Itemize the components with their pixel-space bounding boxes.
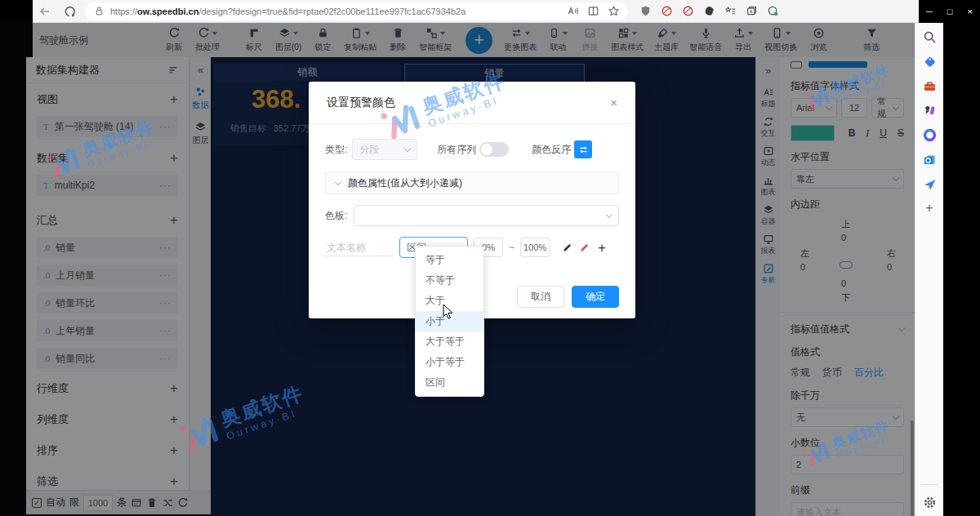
split-screen-icon[interactable] <box>587 5 599 17</box>
more-icon[interactable] <box>159 242 172 253</box>
dock-special-analysis[interactable]: 专析 <box>761 263 776 286</box>
reload-icon[interactable] <box>177 497 189 509</box>
minimize-button[interactable]: ─ <box>926 7 933 16</box>
format-currency[interactable]: 货币 <box>822 366 842 380</box>
close-button[interactable]: × <box>968 7 973 16</box>
shopping-icon[interactable] <box>923 55 937 69</box>
format-normal[interactable]: 常规 <box>791 366 810 380</box>
edit-pencil-icon[interactable] <box>562 242 573 253</box>
toolbar-delete[interactable]: 删除 <box>387 27 408 53</box>
summary-item[interactable]: .0上年销量 <box>37 320 178 341</box>
font-family-select[interactable]: Arial <box>791 98 837 118</box>
dock-title[interactable]: 标题 <box>761 87 776 109</box>
dock-dynamic[interactable]: 动态 <box>761 145 776 168</box>
more-icon[interactable] <box>159 269 172 281</box>
font-weight-select[interactable]: 常规 <box>871 98 904 118</box>
add-dataset-button[interactable]: + <box>170 150 178 167</box>
range-to-input[interactable] <box>520 238 550 257</box>
toolbar-layers[interactable]: 图层(0) <box>275 27 301 53</box>
trash-icon[interactable] <box>146 497 158 509</box>
more-icon[interactable] <box>159 353 172 364</box>
text-name-input[interactable] <box>325 238 394 256</box>
settings-gear-icon[interactable] <box>923 496 937 509</box>
summary-item[interactable]: .0销量同比 <box>37 348 178 369</box>
more-icon[interactable] <box>159 325 172 336</box>
refresh-page-icon[interactable] <box>63 5 76 18</box>
add-view-button[interactable]: + <box>170 91 178 108</box>
toolbar-filter[interactable]: 筛选 <box>861 27 882 53</box>
expand-icon[interactable]: » <box>765 64 771 77</box>
view-item[interactable]: T 第一张驾驶舱 (14) <box>37 116 178 137</box>
padding-left-value[interactable]: 0 <box>800 262 805 272</box>
add-filter-button[interactable]: + <box>170 474 178 490</box>
collections-icon[interactable] <box>746 5 758 17</box>
add-sort-button[interactable]: + <box>170 443 178 459</box>
option-less-equal[interactable]: 小于等于 <box>416 352 483 372</box>
collapse-icon[interactable]: « <box>198 64 203 76</box>
search-icon[interactable] <box>923 30 937 44</box>
dock-report[interactable]: 报表 <box>761 234 776 256</box>
option-greater-equal[interactable]: 大于等于 <box>416 331 483 352</box>
dock-interaction[interactable]: 交互 <box>761 116 776 139</box>
dock-chart[interactable]: 图表 <box>761 175 776 198</box>
link-padding-icon[interactable] <box>840 261 853 269</box>
shield-icon[interactable] <box>639 5 652 17</box>
read-aloud-icon[interactable] <box>567 5 579 17</box>
toolbar-change-chart[interactable]: 更换图表 <box>504 27 537 53</box>
address-bar[interactable]: https://ow.speedbi.cn/design?fdesign=tru… <box>85 2 628 20</box>
option-not-equal[interactable]: 不等于 <box>416 270 483 291</box>
decimal-input[interactable] <box>791 455 904 474</box>
toolbar-browse[interactable]: 浏览 <box>808 27 829 53</box>
toolbox-icon[interactable] <box>923 79 937 93</box>
value-format-section[interactable]: 指标值值格式 <box>791 322 904 336</box>
toolbar-ruler[interactable]: 标尺 <box>243 27 265 53</box>
summary-item[interactable]: .0上月销量 <box>37 265 178 286</box>
add-column-dimension-button[interactable]: + <box>170 411 178 428</box>
extension-badge-icon[interactable] <box>661 5 673 17</box>
outlook-icon[interactable] <box>923 153 937 167</box>
toolbar-batch[interactable]: 批处理 <box>195 27 220 53</box>
delete-pencil-icon[interactable] <box>579 242 590 253</box>
sort-filter-icon[interactable] <box>167 64 179 76</box>
toolbar-chart-style[interactable]: 图表样式 <box>611 27 644 53</box>
toolbar-refresh[interactable]: 刷新 <box>163 27 185 53</box>
more-icon[interactable] <box>159 297 172 309</box>
extension-icon[interactable] <box>703 5 715 17</box>
format-percent[interactable]: 百分比 <box>854 366 884 380</box>
slider-bar[interactable] <box>808 61 867 68</box>
checkbox[interactable] <box>791 61 802 69</box>
maximize-button[interactable]: □ <box>947 7 953 16</box>
divide-select[interactable]: 无 <box>791 407 904 427</box>
padding-top-value[interactable]: 0 <box>841 233 846 242</box>
toolbar-theme-library[interactable]: 主题库 <box>654 27 679 53</box>
more-icon[interactable] <box>159 121 172 132</box>
toolbar-copy-paste[interactable]: 复制粘贴 <box>344 27 376 53</box>
add-sidebar-item-button[interactable]: + <box>925 202 933 215</box>
extension-badge-icon[interactable] <box>682 5 694 17</box>
add-summary-button[interactable]: + <box>170 212 178 229</box>
toolbar-export[interactable]: 导出 <box>733 27 754 53</box>
microsoft-365-icon[interactable] <box>923 128 937 142</box>
cancel-button[interactable]: 取消 <box>517 286 564 308</box>
toolbar-view-switch[interactable]: 视图切换 <box>764 27 797 53</box>
favorites-bar-icon[interactable] <box>724 5 737 17</box>
back-icon[interactable] <box>38 5 51 18</box>
summary-item[interactable]: .0销量 <box>37 237 178 258</box>
font-size-select[interactable]: 12 <box>841 98 867 118</box>
font-color-swatch[interactable] <box>791 125 835 141</box>
add-rule-button[interactable]: + <box>598 241 606 255</box>
toolbar-linkage[interactable]: 联动 <box>547 27 568 53</box>
strike-button[interactable]: S <box>898 127 904 139</box>
summary-item[interactable]: .0销量环比 <box>37 292 178 314</box>
padding-right-value[interactable]: 0 <box>887 262 892 272</box>
option-equal[interactable]: 等于 <box>416 250 483 270</box>
toolbar-smart-frame[interactable]: 智能框架 <box>419 27 452 53</box>
option-interval[interactable]: 区间 <box>416 372 483 393</box>
shuffle-icon[interactable] <box>162 497 173 509</box>
add-row-dimension-button[interactable]: + <box>170 380 178 397</box>
favorite-star-icon[interactable] <box>608 5 620 17</box>
palette-select[interactable] <box>354 205 619 226</box>
color-reverse-button[interactable] <box>574 140 592 158</box>
confirm-button[interactable]: 确定 <box>572 286 619 308</box>
dock-item-data[interactable]: 数据 <box>193 86 209 111</box>
